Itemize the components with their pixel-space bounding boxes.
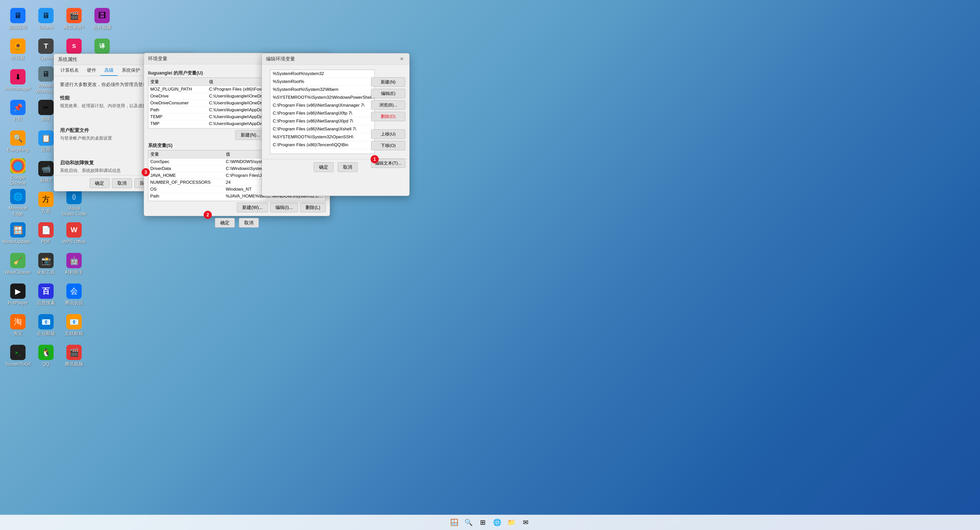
icon-img-17: 🔍 <box>10 131 25 146</box>
icon-label-vscode: Visual Studio Code <box>61 206 87 216</box>
icon-label-4: 合并视频 <box>93 25 111 30</box>
pot-icon: ▶ <box>10 283 25 299</box>
new-sys-var-button[interactable]: 新建(W)... <box>237 203 268 212</box>
edit-env-list-item[interactable]: C:\Program Files (x86)\NetSarang\Xmanage… <box>270 102 374 110</box>
fangzhi-icon: 方 <box>38 192 54 207</box>
icon-label-chrome: Google Chrome <box>5 175 30 186</box>
taskbar-taskview[interactable]: ⊞ <box>476 516 490 529</box>
icon-label-5: 向日葵 <box>11 56 25 61</box>
edit-env-close-button[interactable]: ✕ <box>398 56 405 62</box>
desktop-icon-pdf[interactable]: 📄 PDF <box>33 220 59 248</box>
desktop-icon-pot[interactable]: ▶ PotPlayer <box>5 281 30 309</box>
recorder-icon: 📸 <box>38 253 54 268</box>
delete-sys-var-button[interactable]: 删除(L) <box>300 203 326 212</box>
desktop-icon-lili[interactable]: 🤖 利利助手 <box>61 250 87 278</box>
icon-img-18: 📋 <box>38 131 54 146</box>
icon-label-recorder: 录制工具 <box>37 270 55 275</box>
tab-hardware[interactable]: 硬件 <box>83 65 100 76</box>
desktop-icon-winupdate[interactable]: 🪟 WindoUpdate... <box>5 220 30 248</box>
desktop-icon-baidu[interactable]: 百 百度搜索 <box>33 281 59 309</box>
env-vars-ok-button[interactable]: 确定 <box>215 218 235 228</box>
tab-systemprotection[interactable]: 系统保护 <box>118 65 144 76</box>
mail2-icon: 📧 <box>66 314 82 329</box>
icon-label-22: 剪映2 <box>40 178 52 183</box>
tab-computername[interactable]: 计算机名 <box>56 65 83 76</box>
icon-img-1: 🖥 <box>10 8 25 23</box>
sys-var-row[interactable]: PATHEXT.COM;.EXE;.BAT;.CMD;.VBS;.VBE;.JS… <box>148 200 325 201</box>
desktop-icon-17[interactable]: 🔍 Everything <box>5 127 30 156</box>
desktop-icon-wisecleaner[interactable]: 🧹 WiseCleaner <box>5 250 30 278</box>
desktop-icon-3[interactable]: 🎬 网页录屏? <box>61 5 87 33</box>
desktop-icon-mail2[interactable]: 📧 互联邮箱 <box>61 311 87 339</box>
edit-env-list-item[interactable]: %SYSTEMROOT%\System32\WindowsPowerShell\… <box>270 94 374 102</box>
desktop-icon-qq[interactable]: 🐧 QQ <box>33 342 59 370</box>
taskbar-mail[interactable]: ✉ <box>519 516 532 529</box>
icon-label-1: 超级应用 <box>9 25 27 30</box>
desktop-icon-2[interactable]: 🖥 ToDesk <box>33 5 59 33</box>
icon-label-6: Typora <box>39 56 53 61</box>
icon-label-pot: PotPlayer <box>8 300 28 306</box>
desktop-icon-edge[interactable]: 🌐 Microsoft Edge <box>5 189 30 217</box>
desktop-icon-5[interactable]: 🌻 向日葵 <box>5 36 30 64</box>
icon-img-13: 📌 <box>10 100 25 115</box>
edit-env-cancel-button[interactable]: 取消 <box>338 162 358 172</box>
sys-props-badge: 3 <box>142 168 150 176</box>
icon-label-13: 钉钉 <box>13 117 22 122</box>
sys-props-ok-button[interactable]: 确定 <box>89 178 110 188</box>
taskbar-start[interactable]: 🪟 <box>448 516 461 529</box>
user-var-name: TEMP <box>148 113 207 121</box>
desktop-icon-tencentmeeting[interactable]: 会 腾讯会议 <box>61 281 87 309</box>
edit-env-list-item[interactable]: %SystemRoot%\System32\Wbem <box>270 86 374 94</box>
sys-var-name: ComSpec <box>148 158 224 166</box>
icon-img-22: 📹 <box>38 161 54 176</box>
taskbar: 🪟 🔍 ⊞ 🌐 📁 ✉ <box>0 515 980 530</box>
edit-env-up-button[interactable]: 上移(U) <box>371 129 405 139</box>
edge-icon: 🌐 <box>10 189 25 204</box>
edit-env-delete-button[interactable]: 删除(D) <box>371 112 405 121</box>
taskbar-search[interactable]: 🔍 <box>462 516 475 529</box>
desktop-icon-4[interactable]: 🎞 合并视频 <box>89 5 115 33</box>
user-var-name: Path <box>148 107 207 113</box>
edit-env-new-button[interactable]: 新建(N) <box>371 77 405 87</box>
edit-env-edit-button[interactable]: 编辑(E) <box>371 89 405 98</box>
user-var-name: MOZ_PLUGIN_PATH <box>148 86 207 93</box>
edit-env-list-item[interactable]: C:\Program Files (x86)\NetSarang\Xshell … <box>270 125 374 133</box>
tab-advanced[interactable]: 高级 <box>100 65 118 76</box>
icon-label-wps: WPS Office <box>62 239 86 245</box>
edit-env-down-button[interactable]: 下移(O) <box>371 141 405 150</box>
edit-env-list-item[interactable]: C:\Program Files (x86)\NetSarang\Xlpd 7\ <box>270 118 374 125</box>
desktop-icon-wps[interactable]: W WPS Office <box>61 220 87 248</box>
icon-label-mail2: 互联邮箱 <box>65 331 83 337</box>
taskbar-edge[interactable]: 🌐 <box>490 516 504 529</box>
sys-var-name: DriverData <box>148 166 224 172</box>
edit-env-list-item[interactable]: C:\Program Files (x86)\NetSarang\Xftp 7\ <box>270 110 374 118</box>
edit-env-list-item[interactable]: C:\Program Files (x86)\Tencent\QQ\Bin <box>270 141 374 149</box>
desktop-icon-9[interactable]: ⬇ Xunmanager <box>5 66 30 94</box>
baidu-icon: 百 <box>38 283 54 299</box>
edit-env-browse-button[interactable]: 浏览(B)... <box>371 100 405 110</box>
edit-env-window: 编辑环境变量 ✕ %SystemRoot%\system32%SystemRoo… <box>262 53 410 196</box>
sys-props-cancel-button[interactable]: 取消 <box>112 178 132 188</box>
edit-sys-var-button[interactable]: 编辑(I)... <box>270 203 298 212</box>
env-vars-cancel-button[interactable]: 取消 <box>239 218 259 228</box>
desktop-icon-chrome[interactable]: 🌐 Google Chrome <box>5 158 30 186</box>
sys-var-name: JAVA_HOME <box>148 172 224 179</box>
edit-env-list[interactable]: %SystemRoot%\system32%SystemRoot%%System… <box>270 70 375 154</box>
icon-img-5: 🌻 <box>10 38 25 54</box>
desktop-icon-13[interactable]: 📌 钉钉 <box>5 97 30 125</box>
taskbar-explorer[interactable]: 📁 <box>505 516 518 529</box>
edit-env-list-item[interactable]: %SystemRoot%\system32 <box>270 70 374 78</box>
desktop-icon-1[interactable]: 🖥 超级应用 <box>5 5 30 33</box>
icon-img-4: 🎞 <box>94 8 110 23</box>
desktop-icon-screentogif[interactable]: >_ ScreenToGif <box>5 342 30 370</box>
desktop-icon-tencentvideo[interactable]: 🎬 腾讯视频 <box>61 342 87 370</box>
icon-label-14: 剪映 <box>41 117 51 122</box>
qq-icon: 🐧 <box>38 345 54 360</box>
desktop-icon-recorder[interactable]: 📸 录制工具 <box>33 250 59 278</box>
edit-env-list-item[interactable]: %SYSTEMROOT%\System32\OpenSSH\ <box>270 133 374 141</box>
new-user-var-button[interactable]: 新建(N)... <box>235 130 266 140</box>
desktop-icon-taobao[interactable]: 淘 淘宝 <box>5 311 30 339</box>
edit-env-ok-button[interactable]: 确定 <box>313 162 334 172</box>
edit-env-list-item[interactable]: %SystemRoot% <box>270 78 374 86</box>
desktop-icon-mail[interactable]: 📧 企业邮箱 <box>33 311 59 339</box>
